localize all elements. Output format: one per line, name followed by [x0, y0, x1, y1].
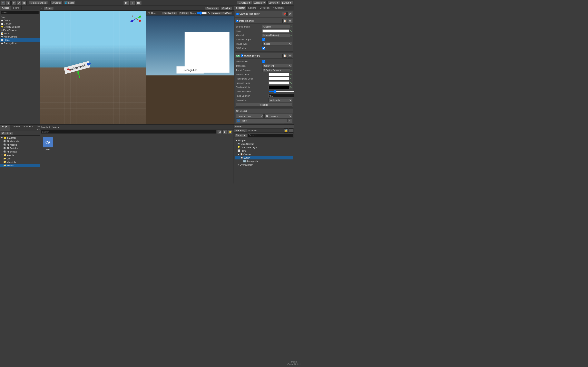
local-btn[interactable]: 🌐 Local — [63, 1, 75, 5]
inspector-menu-btn[interactable]: ⚙ — [287, 12, 292, 16]
navigation-tab[interactable]: Navigation — [271, 6, 285, 10]
hierarchy-mini-tab[interactable]: Hierarchy — [234, 129, 247, 132]
interactable-checkbox[interactable] — [262, 60, 265, 63]
button-enable-checkbox[interactable] — [241, 54, 243, 57]
image-enable-checkbox[interactable] — [236, 20, 238, 22]
normal-color-pick[interactable]: ✎ — [290, 73, 292, 76]
hierarchy-item-none[interactable]: None — [0, 16, 40, 19]
mini-menu-btn[interactable]: ⋮ — [289, 128, 293, 133]
transition-dropdown[interactable]: Color Tint — [262, 64, 292, 68]
game-button-ui[interactable]: Rrecognition — [176, 67, 204, 74]
image-copy-btn[interactable]: 📋 — [282, 19, 287, 23]
color-pick[interactable]: ✎ — [290, 30, 292, 33]
unity-logo[interactable]: 🎮 — [1, 1, 5, 5]
ratio-btn[interactable]: 16:9 ▼ — [178, 11, 189, 15]
button-component-header[interactable]: OK Button (Script) 📋 ⚙ — [235, 53, 293, 58]
color-value[interactable] — [262, 29, 290, 33]
play-btn[interactable]: ▶ — [123, 1, 130, 5]
material-pick[interactable]: ○ — [290, 34, 292, 36]
button-gear-btn[interactable]: ⚙ — [288, 54, 292, 58]
hierarchy-item-main-camera[interactable]: 📷 Main Camera — [0, 35, 40, 38]
gizmos-btn[interactable]: Gizmos ▼ — [205, 7, 219, 10]
display-btn[interactable]: Display 1 ▼ — [162, 11, 178, 15]
assets-tab[interactable]: Assets — [0, 6, 11, 10]
account-btn[interactable]: Account ▼ — [253, 1, 267, 5]
scripts-folder[interactable]: 📁 Scripts — [0, 164, 40, 167]
image-gear-btn[interactable]: ⚙ — [288, 19, 292, 23]
file-browser-icon2[interactable]: ▶ — [223, 130, 227, 134]
lighting-tab[interactable]: Lighting — [247, 6, 258, 10]
materials-folder[interactable]: 📁 Materials — [0, 160, 40, 164]
inspector-tab[interactable]: Inspector — [234, 6, 247, 10]
file-browser-icon3[interactable]: ⭐ — [228, 130, 232, 134]
animation-tab[interactable]: Animation — [22, 125, 35, 131]
assets-folder[interactable]: ▼ 📁 Assets — [0, 153, 40, 157]
all-scripts-item[interactable]: 🔘 All Scripts — [0, 150, 40, 153]
hierarchy-item-eventsystem[interactable]: ⚙ EventSystem — [0, 29, 40, 32]
active-checkbox[interactable] — [236, 13, 239, 15]
step-btn[interactable]: ⏭ — [136, 1, 142, 5]
file-search-input[interactable] — [41, 130, 216, 134]
raycast-checkbox[interactable] — [262, 38, 265, 41]
layers-btn[interactable]: Layers ▼ — [268, 1, 280, 5]
all-materials-item[interactable]: 🔘 All Materials — [0, 140, 40, 143]
normal-color-value[interactable] — [268, 73, 290, 76]
select-object-btn[interactable]: ⊙ Select Object — [29, 1, 48, 5]
pause-btn[interactable]: ⏸ — [130, 1, 136, 5]
create-btn[interactable]: Create ▼ — [1, 132, 13, 135]
hierarchy-item-rrecognition[interactable]: 🔲 Rrecognition — [0, 42, 40, 45]
mini-eventsystem-item[interactable]: ⚙ EventSystem — [234, 163, 293, 166]
hierarchy-item-canvas[interactable]: 📋 Canvas — [0, 22, 40, 25]
highlighted-color-pick[interactable]: ✎ — [290, 77, 292, 80]
image-type-dropdown[interactable]: Sliced — [262, 42, 292, 46]
scale-slider[interactable] — [197, 11, 207, 15]
all-prefabs-item[interactable]: 🔘 All Prefabs — [0, 146, 40, 150]
dlls-folder[interactable]: 📁 Dlls — [0, 157, 40, 160]
collab-btn[interactable]: ☁ Collab ▼ — [237, 1, 252, 5]
plane-pick-btn[interactable]: ○ — [287, 119, 291, 122]
project-tab[interactable]: Project — [0, 125, 10, 131]
rotate-tool[interactable]: ↻ — [11, 1, 16, 5]
fill-center-checkbox[interactable] — [262, 47, 265, 50]
mini-rrecognition-item[interactable]: 🔤 Rrecognition — [234, 159, 293, 163]
search-input[interactable] — [1, 11, 39, 14]
target-graphic-pick[interactable]: ○ — [290, 69, 292, 71]
animator-tab[interactable]: Animator — [247, 129, 259, 132]
disabled-color-value[interactable] — [268, 86, 290, 89]
button-copy-btn[interactable]: 📋 — [282, 54, 287, 58]
image-component-header[interactable]: Image (Script) 📋 ⚙ — [235, 18, 293, 24]
no-function-dropdown[interactable]: No Function — [264, 114, 292, 118]
maximize-btn[interactable]: Maximize On Play — [211, 11, 233, 15]
layout-btn[interactable]: Layout ▼ — [281, 1, 293, 5]
file-browser-icon1[interactable]: ◀ — [217, 130, 222, 134]
rect-tool[interactable]: ▦ — [22, 1, 26, 5]
scene-tab[interactable]: Scene — [11, 6, 22, 10]
fade-value[interactable] — [268, 94, 294, 98]
all-models-item[interactable]: 🔘 All Models — [0, 143, 40, 146]
scene-tab-btn[interactable]: Scene — [43, 7, 53, 10]
breadcrumb-scripts[interactable]: Scripts — [52, 126, 59, 128]
occlusion-tab[interactable]: Occlusion — [258, 6, 271, 10]
hierarchy-item-directional-light[interactable]: 💡 Directional Light — [0, 25, 40, 29]
center-btn[interactable]: ⊡ Center — [51, 1, 62, 5]
mini-input-item[interactable]: ▼ ⚙ input* — [234, 139, 293, 142]
highlighted-color-value[interactable] — [268, 77, 290, 80]
console-tab[interactable]: Console — [10, 125, 22, 131]
mini-light-item[interactable]: 💡 Directional Light — [234, 146, 293, 149]
multiplier-slider[interactable] — [268, 90, 294, 93]
hierarchy-item-input[interactable]: 📝 input — [0, 32, 40, 35]
all-layers-btn[interactable]: Q+All ▼ — [221, 7, 233, 10]
hierarchy-item-plane[interactable]: ⬜ Plane — [0, 38, 40, 42]
mini-plane-item[interactable]: ⬜ Plane — [234, 149, 293, 152]
pressed-color-pick[interactable]: ✎ — [290, 82, 292, 84]
visualize-btn[interactable]: Visualize — [236, 103, 292, 107]
favorites-folder[interactable]: ▼ ⭐ Favorites — [0, 136, 40, 140]
mini-search-input[interactable] — [248, 133, 293, 137]
breadcrumb-assets[interactable]: Assets — [41, 126, 48, 128]
runtime-dropdown[interactable]: Runtime Only — [236, 114, 264, 118]
navigation-dropdown[interactable]: Automatic — [268, 98, 292, 102]
transform-tool[interactable]: ✥ — [6, 1, 11, 5]
mini-create-btn[interactable]: Create ▼ — [234, 133, 247, 137]
pressed-color-value[interactable] — [268, 81, 290, 85]
mini-button-item[interactable]: 🔲 Button — [234, 156, 293, 159]
